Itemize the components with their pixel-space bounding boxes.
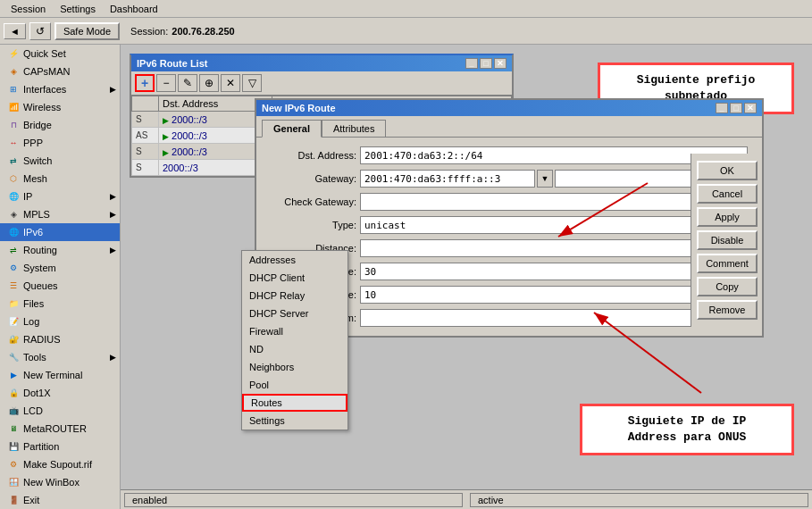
menu-dashboard[interactable]: Dashboard — [103, 2, 165, 16]
submenu-routes[interactable]: Routes — [242, 394, 347, 412]
sidebar-item-files[interactable]: 📁 Files — [0, 295, 120, 313]
ok-button[interactable]: OK — [697, 161, 758, 180]
submenu-firewall[interactable]: Firewall — [242, 322, 347, 340]
form-row-gateway: Gateway: ▼ ▼ — [267, 170, 748, 188]
filter-button[interactable]: ▽ — [242, 74, 262, 92]
submenu-pool[interactable]: Pool — [242, 376, 347, 394]
status-item-active: active — [470, 493, 808, 507]
submenu-dhcp-server[interactable]: DHCP Server — [242, 305, 347, 322]
sidebar-label-exit: Exit — [23, 495, 39, 505]
sidebar-item-capsman[interactable]: ◈ CAPsMAN — [0, 63, 120, 80]
ppp-icon: ↔ — [7, 137, 20, 149]
submenu-settings[interactable]: Settings — [242, 412, 347, 430]
scope-input[interactable] — [360, 263, 748, 280]
sidebar-item-bridge[interactable]: ⊓ Bridge — [0, 116, 120, 134]
row-dst: 2000::/3 — [163, 163, 198, 173]
toolbar: ◄ ↺ Safe Mode Session: 200.76.28.250 — [0, 18, 812, 45]
apply-button[interactable]: Apply — [697, 207, 758, 227]
sidebar-item-system[interactable]: ⚙ System — [0, 259, 120, 277]
sidebar-item-wireless[interactable]: 📶 Wireless — [0, 98, 120, 116]
copy-route-button[interactable]: ⊕ — [199, 74, 219, 92]
comment-button[interactable]: Comment — [697, 254, 758, 273]
target-scope-input[interactable] — [360, 286, 748, 304]
sidebar-item-ipv6[interactable]: 🌐 IPv6 — [0, 223, 120, 241]
sidebar-item-log[interactable]: 📝 Log — [0, 313, 120, 330]
route-list-title: IPv6 Route List — [137, 58, 207, 69]
meta-router-icon: 🖥 — [7, 422, 20, 435]
partition-icon: 💾 — [7, 440, 20, 453]
safe-mode-button[interactable]: Safe Mode — [54, 22, 120, 40]
disable-button[interactable]: Disable — [697, 230, 758, 250]
copy-button[interactable]: Copy — [697, 277, 758, 296]
sidebar-item-tools[interactable]: 🔧 Tools ▶ — [0, 348, 120, 366]
sidebar-item-new-terminal[interactable]: ▶ New Terminal — [0, 366, 120, 384]
sidebar-item-make-supout[interactable]: ⚙ Make Supout.rif — [0, 455, 120, 473]
switch-icon: ⇄ — [7, 154, 20, 167]
sidebar-item-routing[interactable]: ⇌ Routing ▶ — [0, 241, 120, 259]
submenu-nd[interactable]: ND — [242, 340, 347, 358]
sidebar-label-files: Files — [23, 298, 44, 309]
cancel-button[interactable]: Cancel — [697, 184, 758, 204]
forward-button[interactable]: ↺ — [29, 22, 51, 40]
dst-address-input[interactable] — [360, 146, 748, 164]
sidebar-item-meta-router[interactable]: 🖥 MetaROUTER — [0, 420, 120, 438]
tab-general[interactable]: General — [262, 120, 322, 138]
submenu-label-addresses: Addresses — [249, 254, 296, 265]
submenu-dhcp-relay[interactable]: DHCP Relay — [242, 287, 347, 305]
submenu-neighbors[interactable]: Neighbors — [242, 358, 347, 376]
quick-set-icon: ⚡ — [7, 47, 20, 60]
menu-session[interactable]: Session — [4, 2, 53, 16]
sidebar-item-quick-set[interactable]: ⚡ Quick Set — [0, 45, 120, 63]
remove-route-button[interactable]: − — [156, 74, 176, 92]
back-icon: ◄ — [10, 26, 20, 37]
distance-input[interactable] — [360, 239, 748, 257]
gateway-input[interactable] — [360, 170, 535, 188]
sidebar-item-mpls[interactable]: ◈ MPLS ▶ — [0, 205, 120, 223]
remove-button[interactable]: Remove — [697, 300, 758, 320]
received-from-input[interactable] — [360, 309, 748, 327]
gateway-label: Gateway: — [267, 173, 356, 184]
tab-attributes[interactable]: Attributes — [322, 120, 386, 137]
maximize-button[interactable]: □ — [480, 58, 492, 69]
dialog-maximize-button[interactable]: □ — [730, 103, 742, 113]
check-gateway-select[interactable] — [360, 193, 748, 211]
add-route-button[interactable]: + — [135, 74, 155, 92]
row-dst: 2000::/3 — [172, 146, 207, 157]
type-input[interactable] — [360, 216, 728, 234]
dialog-close-button[interactable]: ✕ — [744, 103, 757, 113]
form-row-check-gateway: Check Gateway: — [267, 193, 748, 211]
sidebar-item-partition[interactable]: 💾 Partition — [0, 438, 120, 455]
sidebar-label-system: System — [23, 263, 56, 273]
sidebar-item-interfaces[interactable]: ⊞ Interfaces ▶ — [0, 80, 120, 98]
minimize-button[interactable]: _ — [465, 58, 478, 69]
tools-icon: 🔧 — [7, 351, 20, 363]
back-button[interactable]: ◄ — [4, 23, 26, 39]
sidebar-item-lcd[interactable]: 📺 LCD — [0, 402, 120, 420]
sidebar-item-dot1x[interactable]: 🔒 Dot1X — [0, 384, 120, 402]
menu-bar: Session Settings Dashboard — [0, 0, 812, 18]
gateway-dropdown-btn[interactable]: ▼ — [537, 170, 553, 188]
close-button[interactable]: ✕ — [494, 58, 506, 69]
submenu-addresses[interactable]: Addresses — [242, 251, 347, 269]
row-flag: S — [132, 112, 159, 128]
sidebar-label-capsman: CAPsMAN — [23, 66, 71, 77]
sidebar-item-ip[interactable]: 🌐 IP ▶ — [0, 188, 120, 205]
sidebar-label-lcd: LCD — [23, 405, 43, 416]
submenu-dhcp-client[interactable]: DHCP Client — [242, 269, 347, 287]
sidebar-item-switch[interactable]: ⇄ Switch — [0, 152, 120, 170]
sidebar-item-new-winbox[interactable]: 🪟 New WinBox — [0, 473, 120, 491]
edit-route-button[interactable]: ✎ — [178, 74, 197, 92]
sidebar-item-ppp[interactable]: ↔ PPP — [0, 134, 120, 152]
disable-route-button[interactable]: ✕ — [221, 74, 240, 92]
menu-settings[interactable]: Settings — [53, 2, 103, 16]
ip-icon: 🌐 — [7, 190, 20, 203]
sidebar-label-bridge: Bridge — [23, 120, 52, 130]
sidebar-item-exit[interactable]: 🚪 Exit — [0, 491, 120, 509]
sidebar-item-radius[interactable]: 🔐 RADIUS — [0, 330, 120, 348]
form-row-type: Type: ▼ — [267, 216, 748, 234]
sidebar-item-mesh[interactable]: ⬡ Mesh — [0, 170, 120, 188]
sidebar-item-queues[interactable]: ☰ Queues — [0, 277, 120, 295]
dialog-minimize-button[interactable]: _ — [716, 103, 728, 113]
submenu-label-neighbors: Neighbors — [249, 362, 294, 372]
session-value: 200.76.28.250 — [172, 26, 234, 37]
